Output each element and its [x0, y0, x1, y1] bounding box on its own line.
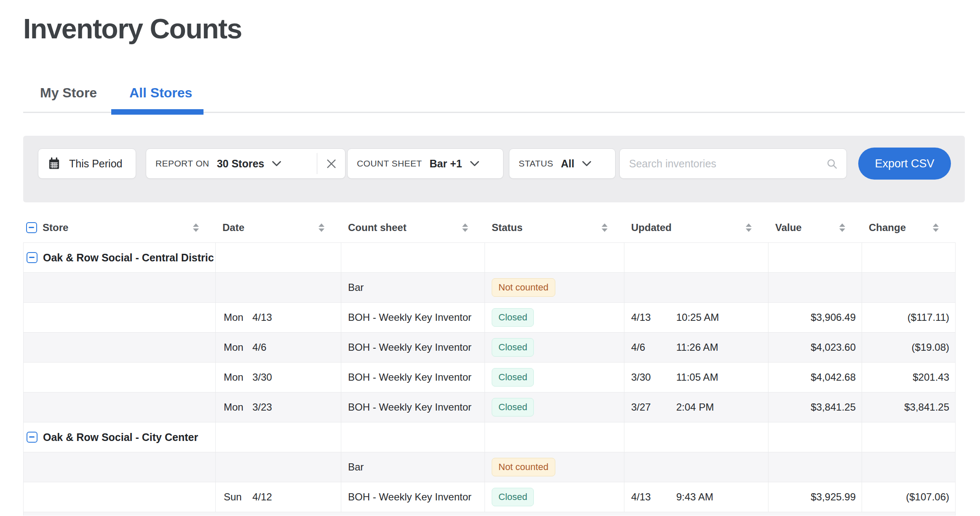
report-on-filter[interactable]: REPORT ON 30 Stores — [146, 148, 345, 179]
status-badge: Closed — [492, 338, 534, 357]
tab-my-store[interactable]: My Store — [40, 85, 97, 101]
status-badge: Closed — [492, 308, 534, 327]
inventory-row[interactable]: Bar Not counted — [23, 452, 956, 482]
status-badge: Not counted — [492, 458, 555, 476]
chevron-down-icon — [470, 161, 479, 167]
row-change: ($107.06) — [862, 482, 956, 512]
partial-next-row — [23, 512, 956, 516]
status-badge: Closed — [492, 488, 534, 506]
count-sheet-label: COUNT SHEET — [357, 159, 422, 169]
inventory-table: Store Date Count sheet Status Updated — [23, 213, 956, 516]
row-change: ($19.08) — [862, 333, 956, 362]
column-header-updated[interactable]: Updated — [624, 213, 768, 242]
row-value: $3,906.49 — [768, 303, 862, 332]
sort-icon — [839, 223, 845, 232]
calendar-icon — [48, 157, 61, 170]
store-group-name: Oak & Row Social - City Center — [43, 431, 198, 443]
row-day: Sun — [224, 491, 252, 503]
row-date: 4/6 — [252, 341, 266, 353]
status-filter[interactable]: STATUS All — [509, 148, 616, 179]
row-updated-time: 11:05 AM — [676, 371, 718, 383]
page-title: Inventory Counts — [23, 13, 242, 45]
period-label: This Period — [69, 158, 122, 170]
collapse-group-icon[interactable] — [27, 432, 37, 443]
table-body: Oak & Row Social - Central Distric Bar N… — [23, 242, 956, 512]
status-filter-label: STATUS — [519, 159, 553, 169]
chevron-down-icon — [582, 161, 592, 167]
inventory-row[interactable]: Mon 4/6 BOH - Weekly Key Inventor Closed… — [23, 332, 956, 362]
inventory-row[interactable]: Sun 4/12 BOH - Weekly Key Inventor Close… — [23, 482, 956, 512]
column-header-change[interactable]: Change — [862, 213, 956, 242]
sort-icon — [746, 223, 752, 232]
store-group-row[interactable]: Oak & Row Social - Central Distric — [23, 242, 956, 272]
column-header-store[interactable]: Store — [23, 213, 216, 242]
status-filter-value: All — [561, 158, 574, 170]
close-icon — [326, 159, 337, 169]
inventory-row[interactable]: Mon 4/13 BOH - Weekly Key Inventor Close… — [23, 302, 956, 332]
status-badge: Closed — [492, 398, 534, 417]
sort-icon — [462, 223, 468, 232]
row-change: $201.43 — [862, 363, 956, 392]
clear-report-filter-button[interactable] — [317, 149, 345, 178]
row-day: Mon — [224, 401, 252, 413]
row-date: 3/30 — [252, 371, 272, 383]
row-value: $4,042.68 — [768, 363, 862, 392]
report-on-value: 30 Stores — [217, 158, 265, 170]
store-group-row[interactable]: Oak & Row Social - City Center — [23, 422, 956, 452]
row-day: Mon — [224, 312, 252, 323]
row-count-sheet: BOH - Weekly Key Inventor — [348, 341, 471, 353]
count-sheet-value: Bar +1 — [430, 158, 462, 170]
row-updated-date: 3/27 — [631, 401, 676, 413]
row-updated-date: 4/13 — [631, 312, 676, 323]
row-updated-date: 3/30 — [631, 371, 676, 383]
export-csv-button[interactable]: Export CSV — [858, 148, 951, 180]
filter-bar: This Period REPORT ON 30 Stores COUNT SH… — [23, 136, 965, 202]
period-filter-button[interactable]: This Period — [38, 148, 136, 179]
row-value — [768, 452, 862, 482]
count-sheet-filter[interactable]: COUNT SHEET Bar +1 — [347, 148, 503, 179]
inventory-row[interactable]: Bar Not counted — [23, 272, 956, 302]
table-header: Store Date Count sheet Status Updated — [23, 213, 956, 242]
chevron-down-icon — [272, 161, 281, 167]
status-badge: Not counted — [492, 278, 555, 297]
tab-all-stores[interactable]: All Stores — [129, 85, 192, 101]
row-count-sheet: BOH - Weekly Key Inventor — [348, 371, 471, 383]
search-inventories-input[interactable] — [620, 149, 846, 178]
row-updated-date: 4/6 — [631, 341, 676, 353]
row-change — [862, 273, 956, 302]
row-value — [768, 273, 862, 302]
row-count-sheet: BOH - Weekly Key Inventor — [348, 491, 471, 503]
sort-icon — [193, 223, 199, 232]
column-header-status[interactable]: Status — [485, 213, 624, 242]
row-updated-time: 11:26 AM — [676, 341, 718, 353]
collapse-all-icon[interactable] — [26, 222, 37, 233]
status-badge: Closed — [492, 368, 534, 387]
row-value: $4,023.60 — [768, 333, 862, 362]
inventory-row[interactable]: Mon 3/23 BOH - Weekly Key Inventor Close… — [23, 392, 956, 422]
row-date: 3/23 — [252, 401, 272, 413]
row-updated-time: 2:04 PM — [676, 401, 714, 413]
sort-icon — [933, 223, 939, 232]
row-count-sheet: Bar — [348, 461, 364, 473]
column-header-value[interactable]: Value — [768, 213, 862, 242]
row-day: Mon — [224, 371, 252, 383]
store-group-name: Oak & Row Social - Central Distric — [43, 252, 214, 264]
row-change: $3,841.25 — [862, 392, 956, 422]
search-container — [619, 148, 847, 179]
collapse-group-icon[interactable] — [27, 252, 37, 263]
row-value: $3,925.99 — [768, 482, 862, 512]
row-updated-time: 10:25 AM — [676, 312, 719, 323]
row-date: 4/12 — [252, 491, 272, 503]
inventory-row[interactable]: Mon 3/30 BOH - Weekly Key Inventor Close… — [23, 362, 956, 392]
row-count-sheet: BOH - Weekly Key Inventor — [348, 312, 471, 323]
column-header-count-sheet[interactable]: Count sheet — [341, 213, 485, 242]
sort-icon — [602, 223, 608, 232]
row-day: Mon — [224, 341, 252, 353]
row-date: 4/13 — [252, 312, 272, 323]
row-change: ($117.11) — [862, 303, 956, 332]
row-count-sheet: BOH - Weekly Key Inventor — [348, 401, 471, 413]
column-header-date[interactable]: Date — [216, 213, 341, 242]
row-updated-time: 9:43 AM — [676, 491, 713, 503]
inventory-counts-page: Inventory Counts My Store All Stores Thi… — [0, 0, 980, 516]
active-tab-indicator — [111, 109, 203, 115]
